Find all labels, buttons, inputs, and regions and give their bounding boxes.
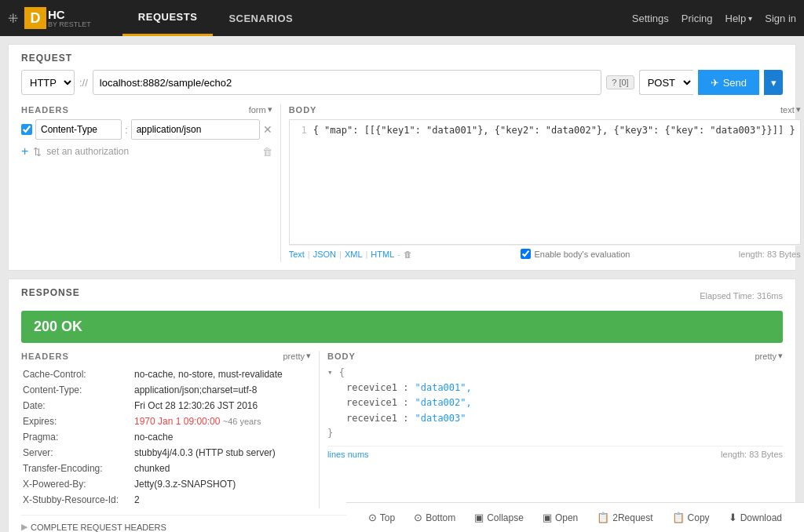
copy-label: Copy [688,512,710,523]
response-headers-table: Cache-Control: no-cache, no-store, must-… [21,366,311,508]
body-delete-icon[interactable]: 🗑 [404,250,412,259]
download-button[interactable]: ⬇ Download [719,508,791,527]
nav-scenarios[interactable]: SCENARIOS [213,0,309,36]
send-dropdown-button[interactable]: ▾ [764,70,783,95]
nav-right: Settings Pricing Help ▾ Sign in [632,13,796,24]
delete-icon[interactable]: 🗑 [262,146,272,158]
send-label: Send [723,77,747,89]
top-icon: ⊙ [368,512,377,523]
response-section: RESPONSE Elapsed Time: 316ms 200 OK HEAD… [8,279,796,532]
resp-header-row-0: Cache-Control: no-cache, no-store, must-… [23,367,309,381]
response-header-row: RESPONSE Elapsed Time: 316ms [21,287,783,304]
download-label: Download [740,512,782,523]
nav-requests[interactable]: REQUESTS [122,0,214,36]
body-format-text[interactable]: Text [289,250,305,259]
headers-label: HEADERS [21,105,69,115]
resp-key-1: recevice1 : [346,381,408,395]
resp-body-chevron[interactable]: ▾ [327,366,333,381]
collapse-button[interactable]: ▣ Collapse [465,508,533,527]
chevron-down-icon: ▾ [748,14,752,23]
chevron-down-icon: ▾ [268,104,272,115]
resp-open-brace: { [339,366,345,381]
chevron-down-icon: ▾ [796,104,801,115]
body-editor[interactable]: 1 { "map": [[{"key1": "data001"}, {"key2… [289,119,801,245]
to-request-icon: 📋 [597,512,609,523]
request-headers-panel: HEADERS form ▾ : ✕ [21,104,281,262]
resp-header-row-5: Server: stubby4j/4.0.3 (HTTP stub server… [23,446,309,460]
bottom-button[interactable]: ⊙ Bottom [404,508,465,527]
lines-nums-link[interactable]: lines nums [327,450,369,459]
download-icon: ⬇ [729,512,737,523]
open-button[interactable]: ▣ Open [533,508,587,527]
resp-header-key-5: Server: [23,446,133,460]
nav-pricing[interactable]: Pricing [682,13,713,24]
top-button[interactable]: ⊙ Top [359,508,404,527]
body-format-html[interactable]: HTML [371,250,394,259]
response-panels: HEADERS pretty ▾ Cache-Control: no-cache… [21,351,783,508]
resp-header-key-2: Date: [23,399,133,413]
protocol-select[interactable]: HTTP [21,70,75,95]
body-toggle-label: text [780,105,795,115]
resp-headers-toggle[interactable]: pretty ▾ [283,351,311,361]
resp-body-length: length: 83 Bytes [721,450,783,459]
body-format-links: Text | JSON | XML | HTML - 🗑 [289,250,412,259]
grid-icon[interactable]: ⁜ [8,11,18,26]
top-nav: ⁜ D HC BY RESTLET REQUESTS SCENARIOS Set… [0,0,804,36]
header-colon: : [125,124,128,136]
status-ok: OK [61,319,82,334]
resp-header-val-5: stubby4j/4.0.3 (HTTP stub server) [134,446,309,460]
copy-button[interactable]: 📋 Copy [663,508,719,527]
resp-header-key-7: X-Powered-By: [23,477,133,491]
resp-body-toggle[interactable]: pretty ▾ [755,351,783,361]
nav-settings[interactable]: Settings [632,13,669,24]
nav-signin[interactable]: Sign in [765,13,796,24]
url-input[interactable] [93,70,601,95]
body-eval-label: Enable body's evaluation [534,250,630,259]
body-format-json[interactable]: JSON [313,250,336,259]
line-number: 1 [294,125,307,136]
plus-icon[interactable]: + [21,144,28,159]
open-label: Open [555,512,578,523]
header-key-0[interactable] [35,119,122,140]
logo-sub: BY RESTLET [48,20,91,28]
copy-icon: 📋 [672,512,685,523]
logo-text-block: HC BY RESTLET [48,9,91,28]
resp-val-3: "data003" [415,411,466,426]
send-icon: ✈ [711,77,719,89]
resp-headers-panel-header: HEADERS pretty ▾ [21,351,311,361]
nav-links: REQUESTS SCENARIOS [122,0,632,36]
resp-key-3: recevice1 : [346,411,408,426]
resp-header-row-4: Pragma: no-cache [23,430,309,444]
body-eval-checkbox[interactable] [521,249,531,259]
resp-header-key-4: Pragma: [23,430,133,444]
resp-header-key-3: Expires: [23,414,133,428]
header-delete-icon-0[interactable]: ✕ [263,123,272,136]
method-select[interactable]: POST [639,70,693,95]
resp-header-val-6: chunked [134,461,309,476]
add-header-row: + ⇅ set an authorization 🗑 [21,144,272,159]
resp-header-key-0: Cache-Control: [23,367,133,381]
page-wrap: REQUEST HTTP :// ? [0] POST ✈ Send [0,36,804,532]
headers-toggle[interactable]: form ▾ [249,104,272,115]
sort-icon[interactable]: ⇅ [33,146,42,158]
body-toggle[interactable]: text ▾ [780,104,801,115]
top-label: Top [380,512,395,523]
expires-note: ~46 years [223,417,261,426]
set-authorization-link[interactable]: set an authorization [46,146,129,157]
nav-help[interactable]: Help ▾ [725,13,753,24]
logo: D HC BY RESTLET [24,7,91,29]
send-button[interactable]: ✈ Send [698,70,759,95]
action-bar: ⊙ Top ⊙ Bottom ▣ Collapse ▣ Open 📋 2Requ… [346,502,804,532]
expires-link[interactable]: 1970 Jan 1 09:00:00 [134,416,220,427]
resp-header-row-1: Content-Type: application/json;charset=u… [23,383,309,397]
resp-val-2: "data002", [415,395,471,410]
to-request-button[interactable]: 📋 2Request [587,508,662,527]
header-value-0[interactable] [131,119,260,140]
body-eval-row: Enable body's evaluation [521,249,630,259]
url-badge[interactable]: ? [0] [606,75,634,89]
body-format-xml[interactable]: XML [345,250,363,259]
response-body-panel: BODY pretty ▾ ▾ { [320,351,783,508]
resp-header-row-8: X-Stubby-Resource-Id: 2 [23,493,309,507]
header-checkbox-0[interactable] [21,124,32,135]
resp-body-line-0: ▾ { [327,366,783,381]
